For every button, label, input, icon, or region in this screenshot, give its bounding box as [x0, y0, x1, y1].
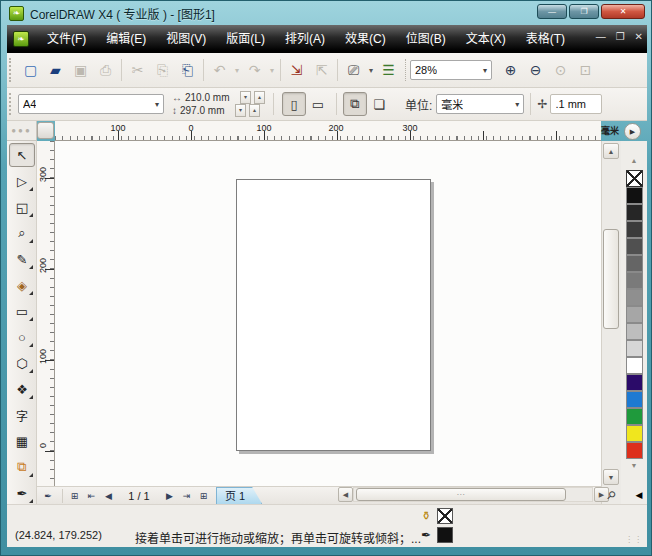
paste-button[interactable]: ⎗: [175, 58, 200, 83]
minimize-button[interactable]: —: [537, 4, 567, 19]
basic-shapes-tool-button[interactable]: ❖: [9, 377, 35, 401]
all-pages-button[interactable]: ⧉: [343, 92, 367, 116]
menu-arrange[interactable]: 排列(A): [275, 28, 335, 50]
palette-expand-button[interactable]: ◀: [631, 487, 647, 503]
color-swatch[interactable]: [626, 374, 643, 391]
table-tool-button[interactable]: ▦: [9, 429, 35, 453]
color-swatch[interactable]: [626, 391, 643, 408]
mdi-minimize-button[interactable]: —: [596, 31, 606, 42]
color-swatch[interactable]: [626, 289, 643, 306]
color-swatch[interactable]: [626, 357, 643, 374]
export-button[interactable]: ⇱: [309, 58, 334, 83]
menu-bitmaps[interactable]: 位图(B): [396, 28, 456, 50]
current-page-button[interactable]: ❏: [367, 92, 391, 116]
color-swatch[interactable]: [626, 442, 643, 459]
paper-height-value[interactable]: 297.0 mm: [180, 104, 232, 117]
last-page-button[interactable]: ⇥: [178, 488, 195, 504]
ruler-flyout-button[interactable]: ▶: [624, 123, 641, 140]
vertical-ruler[interactable]: 300 200 100 0: [37, 141, 55, 504]
maximize-button[interactable]: ❐: [569, 4, 599, 19]
portrait-button[interactable]: ▯: [282, 92, 306, 116]
zoom-tool-button[interactable]: ⌕: [9, 221, 35, 245]
add-page-button[interactable]: ⊞: [66, 488, 83, 504]
menu-app-icon[interactable]: ❧: [13, 31, 29, 47]
fill-status-swatch[interactable]: [437, 508, 453, 524]
zoom-out-button[interactable]: ⊖: [523, 58, 548, 83]
zoom-to-page-button[interactable]: ⊡: [573, 58, 598, 83]
color-swatch[interactable]: [626, 323, 643, 340]
menu-edit[interactable]: 编辑(E): [96, 28, 156, 50]
cut-button[interactable]: ✂: [125, 58, 150, 83]
color-swatch[interactable]: [626, 425, 643, 442]
color-swatch[interactable]: [626, 408, 643, 425]
save-button[interactable]: ▣: [68, 58, 93, 83]
color-swatch[interactable]: [626, 221, 643, 238]
color-swatch[interactable]: [626, 204, 643, 221]
mdi-close-button[interactable]: ✕: [635, 31, 643, 42]
toolbar-grip[interactable]: [9, 58, 14, 82]
zoom-level-combo[interactable]: 28% ▾: [410, 60, 492, 80]
resize-grip[interactable]: ⋮⋮: [625, 535, 643, 544]
previous-page-button[interactable]: ◀: [100, 488, 117, 504]
next-page-button[interactable]: ▶: [161, 488, 178, 504]
color-swatch[interactable]: [626, 272, 643, 289]
ruler-origin-button[interactable]: [37, 122, 54, 139]
document-page[interactable]: [236, 179, 431, 451]
add-page-button-2[interactable]: ⊞: [195, 488, 212, 504]
undo-dropdown[interactable]: ▾: [232, 66, 242, 75]
zoom-in-button[interactable]: ⊕: [498, 58, 523, 83]
paper-width-value[interactable]: 210.0 mm: [185, 91, 237, 104]
color-swatch[interactable]: [626, 306, 643, 323]
menu-effects[interactable]: 效果(C): [335, 28, 396, 50]
hscroll-left-button[interactable]: ◀: [338, 487, 353, 502]
redo-button[interactable]: ↷: [242, 58, 267, 83]
outline-tool-button[interactable]: ✒: [37, 488, 59, 504]
welcome-screen-button[interactable]: ☰: [376, 58, 401, 83]
text-tool-button[interactable]: 字: [9, 403, 35, 427]
mdi-restore-button[interactable]: ❐: [616, 31, 625, 42]
menu-table[interactable]: 表格(T): [516, 28, 575, 50]
import-button[interactable]: ⇲: [284, 58, 309, 83]
smart-fill-tool-button[interactable]: ◈: [9, 273, 35, 297]
eyedropper-tool-button[interactable]: ✒: [9, 481, 35, 505]
polygon-tool-button[interactable]: ⬡: [9, 351, 35, 375]
open-button[interactable]: ▰: [43, 58, 68, 83]
blend-tool-button[interactable]: ⧉: [9, 455, 35, 479]
width-spin-down[interactable]: ▾: [240, 91, 251, 104]
zoom-actual-button[interactable]: ⊙: [548, 58, 573, 83]
nudge-input[interactable]: .1 mm: [550, 94, 602, 114]
vertical-scroll-thumb[interactable]: [603, 229, 619, 329]
shape-tool-button[interactable]: ▷: [9, 169, 35, 193]
application-launcher-dropdown[interactable]: ▾: [366, 66, 376, 75]
undo-button[interactable]: ↶: [207, 58, 232, 83]
close-button[interactable]: ✕: [601, 4, 645, 19]
new-document-button[interactable]: ▢: [18, 58, 43, 83]
units-combo[interactable]: 毫米 ▾: [436, 94, 524, 114]
copy-button[interactable]: ⎘: [150, 58, 175, 83]
horizontal-ruler[interactable]: 100 0 100 200 300: [55, 121, 601, 141]
toolbar-grip[interactable]: [9, 93, 14, 115]
palette-scroll-up-button[interactable]: ▲: [627, 157, 641, 167]
menu-view[interactable]: 视图(V): [156, 28, 216, 50]
menu-file[interactable]: 文件(F): [37, 28, 96, 50]
width-spin-up[interactable]: ▴: [254, 91, 265, 104]
menu-layout[interactable]: 版面(L): [216, 28, 275, 50]
pick-tool-button[interactable]: ↖: [9, 143, 35, 167]
color-swatch[interactable]: [626, 187, 643, 204]
palette-scroll-down-button[interactable]: ▼: [627, 462, 641, 472]
height-spin-down[interactable]: ▾: [235, 104, 246, 117]
page-size-combo[interactable]: A4 ▾: [18, 94, 164, 114]
navigator-button[interactable]: ⚲: [603, 487, 620, 503]
outline-status-swatch[interactable]: [437, 527, 453, 543]
toolbox-grip[interactable]: ●●●: [7, 121, 37, 141]
color-swatch[interactable]: [626, 238, 643, 255]
redo-dropdown[interactable]: ▾: [267, 66, 277, 75]
crop-tool-button[interactable]: ◱: [9, 195, 35, 219]
height-spin-up[interactable]: ▴: [249, 104, 260, 117]
no-fill-swatch[interactable]: [626, 170, 643, 187]
ellipse-tool-button[interactable]: ○: [9, 325, 35, 349]
horizontal-scroll-thumb[interactable]: ⋯: [356, 488, 566, 501]
print-button[interactable]: ⎙: [93, 58, 118, 83]
rectangle-tool-button[interactable]: ▭: [9, 299, 35, 323]
first-page-button[interactable]: ⇤: [83, 488, 100, 504]
